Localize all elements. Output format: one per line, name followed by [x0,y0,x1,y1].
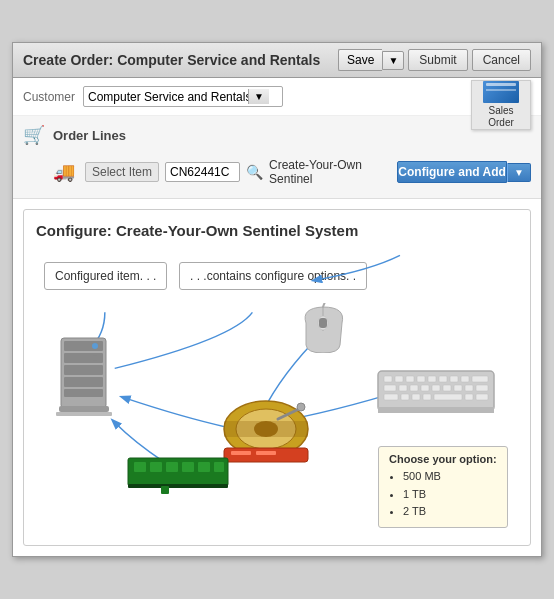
svg-rect-18 [256,451,276,455]
hdd-component [221,393,306,463]
option-box-list: 500 MB 1 TB 2 TB [389,468,497,521]
truck-icon: 🚚 [53,161,75,183]
order-lines-header: 🛒 Order Lines [23,124,531,146]
customer-row: Customer ▼ SalesOrder [13,78,541,116]
item-name: Create-Your-Own Sentinel [269,158,391,186]
save-button-group: Save ▼ [338,49,404,71]
option-2tb: 2 TB [403,503,497,521]
svg-rect-25 [198,462,210,472]
svg-rect-27 [161,486,169,494]
svg-rect-48 [454,385,462,391]
option-box-title: Choose your option: [389,453,497,465]
svg-rect-26 [214,462,224,472]
svg-rect-47 [443,385,451,391]
configure-add-group: Configure and Add ▼ [397,161,531,183]
option-500mb: 500 MB [403,468,497,486]
svg-rect-13 [224,421,308,437]
svg-rect-37 [428,376,436,382]
sales-order-badge[interactable]: SalesOrder [471,80,531,130]
select-item-label: Select Item [85,162,159,182]
svg-rect-55 [434,394,462,400]
configure-add-dropdown-arrow-icon: ▼ [514,167,524,178]
svg-rect-46 [432,385,440,391]
mouse-component [296,303,351,348]
window-title: Create Order: Computer Service and Renta… [23,52,320,68]
order-lines-title: Order Lines [53,128,126,143]
server-component [51,333,121,418]
configure-title: Configure: Create-Your-Own Sentinel Syst… [36,222,518,239]
item-code-input[interactable] [165,162,240,182]
customer-input-wrap: ▼ [83,86,283,107]
configure-add-dropdown-button[interactable]: ▼ [507,163,531,182]
diagram-area: Choose your option: 500 MB 1 TB 2 TB [36,253,518,533]
configure-section: Configure: Create-Your-Own Sentinel Syst… [23,209,531,546]
svg-point-7 [92,355,98,361]
svg-rect-35 [406,376,414,382]
svg-rect-33 [384,376,392,382]
submit-button[interactable]: Submit [408,49,467,71]
svg-rect-42 [384,385,396,391]
svg-rect-40 [461,376,469,382]
title-bar-actions: Save ▼ Submit Cancel [338,49,531,71]
svg-rect-21 [134,462,146,472]
sales-order-icon [483,81,519,103]
svg-rect-56 [465,394,473,400]
svg-point-15 [297,403,305,411]
customer-dropdown-button[interactable]: ▼ [248,89,269,104]
svg-rect-50 [476,385,488,391]
svg-rect-52 [401,394,409,400]
svg-rect-38 [439,376,447,382]
customer-label: Customer [23,90,75,104]
order-lines-row: 🚚 Select Item 🔍 Create-Your-Own Sentinel… [23,154,531,190]
svg-rect-3 [64,365,103,375]
svg-rect-34 [395,376,403,382]
svg-rect-49 [465,385,473,391]
svg-rect-43 [399,385,407,391]
svg-rect-45 [421,385,429,391]
svg-rect-20 [128,484,228,488]
svg-rect-39 [450,376,458,382]
cancel-button[interactable]: Cancel [472,49,531,71]
svg-point-6 [92,343,98,349]
svg-rect-30 [319,318,327,328]
svg-rect-44 [410,385,418,391]
svg-rect-8 [59,406,109,412]
sales-order-label: SalesOrder [488,105,514,129]
title-bar: Create Order: Computer Service and Renta… [13,43,541,78]
svg-rect-24 [182,462,194,472]
option-1tb: 1 TB [403,486,497,504]
svg-rect-32 [378,407,494,413]
configure-add-button[interactable]: Configure and Add [397,161,507,183]
svg-rect-57 [476,394,488,400]
svg-rect-51 [384,394,398,400]
cart-icon: 🛒 [23,124,45,146]
main-window: Create Order: Computer Service and Renta… [12,42,542,557]
svg-rect-17 [231,451,251,455]
svg-rect-54 [423,394,431,400]
save-dropdown-arrow-icon: ▼ [388,55,398,66]
svg-rect-22 [150,462,162,472]
save-button[interactable]: Save [338,49,382,71]
keyboard-component [376,363,491,418]
svg-rect-36 [417,376,425,382]
search-button[interactable]: 🔍 [246,164,263,180]
svg-rect-53 [412,394,420,400]
svg-rect-41 [472,376,488,382]
svg-rect-4 [64,377,103,387]
customer-dropdown-arrow-icon: ▼ [254,91,264,102]
svg-rect-23 [166,462,178,472]
save-dropdown-button[interactable]: ▼ [382,51,404,70]
ram-component [126,448,226,493]
svg-rect-9 [56,412,112,416]
customer-input[interactable] [88,90,248,104]
search-icon: 🔍 [246,164,263,180]
order-lines-section: 🛒 Order Lines 🚚 Select Item 🔍 Create-You… [13,116,541,199]
choose-option-box: Choose your option: 500 MB 1 TB 2 TB [378,446,508,528]
svg-rect-5 [64,389,103,397]
